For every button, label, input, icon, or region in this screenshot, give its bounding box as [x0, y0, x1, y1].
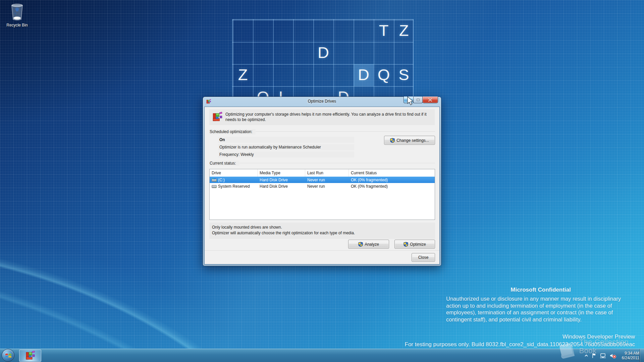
show-desktop-button[interactable]: [640, 349, 644, 362]
hard-drive-icon: [212, 184, 217, 189]
column-media-type[interactable]: Media Type: [258, 169, 305, 177]
action-center-tray-icon[interactable]: [592, 353, 596, 358]
build-watermark: Windows Developer Preview For testing pu…: [405, 334, 635, 348]
drive-list-header[interactable]: Drive Media Type Last Run Current Status: [210, 169, 435, 177]
scheduled-group-line: [255, 131, 435, 132]
dialog-notes: Only locally mounted drives are shown. O…: [209, 223, 435, 239]
drive-row-system-reserved[interactable]: System Reserved Hard Disk Drive Never ru…: [210, 183, 435, 189]
scheduled-detail: Optimizer is run automatically by Mainte…: [218, 144, 354, 150]
optimize-button[interactable]: Optimize: [394, 240, 435, 249]
uac-shield-icon: [390, 138, 395, 143]
current-status-label: Current status:: [209, 161, 239, 166]
close-label: Close: [418, 255, 429, 260]
taskbar-app-disk-defragmenter[interactable]: [19, 350, 41, 362]
note-line-2: Optimizer will automatically choose the …: [212, 230, 432, 236]
dialog-client-area: Optimizing your computer's storage drive…: [204, 107, 440, 264]
show-hidden-icons-button[interactable]: [584, 354, 588, 357]
dialog-description: Optimizing your computer's storage drive…: [225, 112, 433, 122]
wallpaper-letter-grid: TZDZDQSOLD: [232, 19, 414, 108]
column-drive[interactable]: Drive: [210, 169, 258, 177]
windows-flag-icon: [2, 349, 15, 362]
flag-icon: [592, 353, 596, 358]
recycle-bin[interactable]: Recycle Bin: [4, 3, 30, 27]
optimize-label: Optimize: [410, 242, 426, 247]
footer-separator: [205, 250, 439, 251]
scheduled-frequency: Frequency: Weekly: [218, 152, 354, 158]
dialog-header: Optimizing your computer's storage drive…: [209, 109, 435, 125]
confidential-body: Unauthorized use or disclosure in any ma…: [446, 295, 635, 323]
clock-date: 6/24/2011: [622, 356, 640, 360]
drive-row-c[interactable]: (C:) Hard Disk Drive Never run OK (0% fr…: [210, 177, 435, 183]
defrag-taskbar-icon: [25, 350, 36, 361]
current-status-group-line: [238, 163, 435, 163]
build-edition: Windows Developer Preview: [405, 334, 635, 340]
mouse-cursor: [407, 96, 414, 106]
volume-tray-icon[interactable]: [610, 353, 616, 359]
uac-shield-icon: [404, 242, 408, 247]
desktop: TZDZDQSOLD Recycle Bin Microsoft Confide…: [0, 0, 644, 362]
drive-name: (C:): [218, 178, 225, 182]
scheduled-optimization-label: Scheduled optimization:: [209, 129, 256, 134]
drive-last-run: Never run: [305, 177, 349, 183]
system-tray: 9:34 AM 6/24/2011: [584, 349, 640, 362]
note-line-1: Only locally mounted drives are shown.: [212, 225, 432, 230]
drive-last-run: Never run: [305, 183, 349, 189]
drive-media-type: Hard Disk Drive: [258, 177, 305, 183]
analyze-button[interactable]: Analyze: [348, 240, 389, 249]
close-icon: [428, 98, 432, 102]
start-button[interactable]: [2, 349, 14, 362]
confidential-notice: Microsoft Confidential Unauthorized use …: [446, 287, 635, 323]
confidential-title: Microsoft Confidential: [446, 287, 635, 293]
scheduled-state: On: [218, 137, 354, 143]
optimize-drives-window: Optimize Drives Optimizing your computer…: [203, 97, 441, 266]
column-current-status[interactable]: Current Status: [349, 169, 435, 177]
network-icon: [600, 353, 606, 358]
drive-list[interactable]: Drive Media Type Last Run Current Status…: [209, 169, 435, 220]
drive-media-type: Hard Disk Drive: [258, 183, 305, 189]
close-dialog-button[interactable]: Close: [412, 253, 435, 262]
clock-time: 9:34 AM: [622, 351, 640, 356]
chevron-up-icon: [584, 354, 588, 357]
build-string: For testing purposes only. Build 8032.fb…: [405, 341, 635, 348]
change-settings-label: Change settings...: [396, 138, 429, 143]
analyze-label: Analyze: [365, 242, 379, 247]
drive-name: System Reserved: [218, 184, 250, 189]
titlebar[interactable]: Optimize Drives: [203, 97, 441, 107]
taskbar-clock[interactable]: 9:34 AM 6/24/2011: [622, 351, 640, 360]
taskbar: 9:34 AM 6/24/2011: [0, 349, 644, 362]
drive-status: OK (0% fragmented): [349, 183, 435, 189]
change-settings-button[interactable]: Change settings...: [384, 136, 435, 145]
network-tray-icon[interactable]: [600, 353, 606, 358]
column-last-run[interactable]: Last Run: [305, 169, 349, 177]
uac-shield-icon: [358, 242, 363, 247]
drive-status: OK (0% fragmented): [349, 177, 435, 183]
hard-drive-icon: [212, 178, 217, 182]
defrag-header-icon: [212, 111, 223, 123]
recycle-bin-label: Recycle Bin: [4, 23, 30, 27]
maximize-icon: [417, 99, 420, 101]
maximize-button[interactable]: [413, 97, 423, 103]
recycle-bin-icon: [8, 3, 26, 21]
close-button[interactable]: [422, 97, 438, 103]
speaker-muted-icon: [610, 353, 616, 359]
